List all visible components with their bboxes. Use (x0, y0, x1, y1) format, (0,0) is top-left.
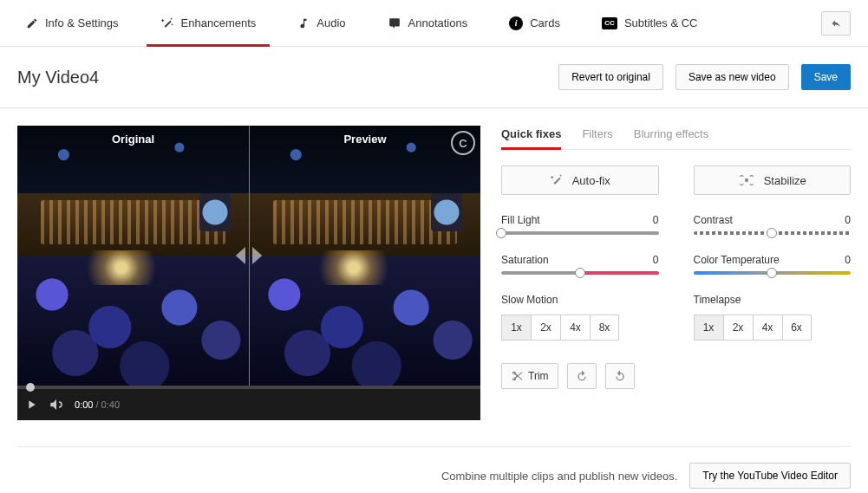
timelapse-1x[interactable]: 1x (694, 315, 723, 341)
editor-nav-tabs: Info & Settings Enhancements Audio Annot… (0, 0, 868, 47)
stabilize-label: Stabilize (764, 174, 806, 187)
enhancement-sub-tabs: Quick fixes Filters Blurring effects (501, 127, 851, 150)
preview-enhanced-half: C Preview (249, 126, 480, 386)
tab-label: Subtitles & CC (624, 16, 698, 29)
tab-annotations[interactable]: Annotations (379, 0, 477, 46)
reply-arrow-icon (829, 18, 843, 29)
network-watermark-icon: C (451, 131, 475, 155)
rotate-ccw-icon (613, 369, 627, 383)
wand-icon (550, 173, 564, 187)
slider-value: 0 (653, 214, 659, 226)
sub-tab-blurring[interactable]: Blurring effects (634, 127, 708, 149)
rotate-ccw-button[interactable] (605, 363, 635, 389)
tab-label: Annotations (408, 16, 468, 29)
title-row: My Video4 Revert to original Save as new… (0, 47, 868, 108)
split-drag-handle[interactable] (235, 247, 263, 264)
timelapse-options: 1x 2x 4x 6x (694, 315, 852, 341)
fill-light-slider[interactable]: Fill Light 0 (501, 214, 659, 235)
pencil-icon (26, 17, 38, 29)
info-circle-icon: i (509, 16, 523, 30)
timelapse-6x[interactable]: 6x (782, 315, 812, 341)
timelapse-label: Timelapse (694, 294, 852, 306)
tab-label: Audio (317, 16, 345, 29)
contrast-slider[interactable]: Contrast 0 (694, 214, 852, 235)
original-label: Original (17, 126, 249, 146)
wand-icon (160, 16, 174, 30)
rotate-cw-button[interactable] (567, 363, 597, 389)
time-display: 0:00 / 0:40 (75, 399, 120, 410)
tab-audio[interactable]: Audio (289, 0, 354, 46)
color-temp-slider[interactable]: Color Temperature 0 (694, 254, 852, 275)
slider-value: 0 (845, 254, 851, 266)
rotate-cw-icon (575, 369, 589, 383)
timelapse-4x[interactable]: 4x (753, 315, 782, 341)
playhead[interactable] (26, 383, 35, 392)
slow-motion-2x[interactable]: 2x (531, 315, 560, 341)
trim-label: Trim (528, 370, 549, 382)
preview-label: Preview (250, 126, 480, 146)
speech-bubble-icon (388, 17, 401, 29)
timelapse-2x[interactable]: 2x (723, 315, 753, 341)
stabilize-button[interactable]: Stabilize (694, 165, 852, 195)
combine-clips-text: Combine multiple clips and publish new v… (441, 470, 677, 483)
enhancements-panel: Quick fixes Filters Blurring effects Aut… (501, 126, 851, 420)
auto-fix-label: Auto-fix (572, 174, 610, 187)
volume-icon[interactable] (49, 397, 64, 412)
slider-label: Color Temperature (694, 254, 780, 266)
music-note-icon (297, 17, 310, 29)
try-editor-button[interactable]: Try the YouTube Video Editor (689, 463, 851, 489)
slider-label: Fill Light (501, 214, 540, 226)
time-current: 0:00 (75, 399, 93, 410)
slider-value: 0 (845, 214, 851, 226)
revert-button[interactable]: Revert to original (558, 64, 663, 90)
save-as-new-button[interactable]: Save as new video (675, 64, 789, 90)
slow-motion-4x[interactable]: 4x (560, 315, 590, 341)
auto-fix-button[interactable]: Auto-fix (501, 165, 659, 195)
time-total: 0:40 (101, 399, 120, 410)
footer: Combine multiple clips and publish new v… (17, 446, 851, 493)
trim-button[interactable]: Trim (501, 363, 558, 389)
tab-enhancements[interactable]: Enhancements (152, 0, 265, 46)
page-title: My Video4 (17, 68, 99, 88)
stabilize-icon (738, 174, 755, 186)
content-area: Original C Preview 0:00 / 0:40 (0, 108, 868, 438)
slow-motion-label: Slow Motion (501, 294, 659, 306)
slider-label: Contrast (694, 214, 733, 226)
save-button[interactable]: Save (801, 64, 851, 90)
svg-point-0 (745, 178, 748, 182)
tab-info-settings[interactable]: Info & Settings (17, 0, 127, 46)
slow-motion-1x[interactable]: 1x (501, 315, 531, 341)
tab-label: Enhancements (181, 16, 257, 29)
tab-cards[interactable]: i Cards (500, 0, 569, 46)
video-preview: Original C Preview 0:00 / 0:40 (17, 126, 480, 420)
saturation-slider[interactable]: Saturation 0 (501, 254, 659, 275)
play-icon[interactable] (24, 398, 38, 412)
slow-motion-8x[interactable]: 8x (590, 315, 619, 341)
tab-label: Info & Settings (45, 16, 119, 29)
reply-button[interactable] (821, 11, 851, 36)
scissors-icon (511, 370, 523, 382)
sub-tab-quick-fixes[interactable]: Quick fixes (501, 127, 561, 149)
tab-label: Cards (530, 16, 560, 29)
player-controls: 0:00 / 0:40 (17, 389, 480, 420)
cc-badge-icon: CC (602, 17, 617, 29)
slider-value: 0 (653, 254, 659, 266)
tab-subtitles[interactable]: CC Subtitles & CC (593, 0, 707, 46)
slider-label: Saturation (501, 254, 549, 266)
video-player[interactable]: Original C Preview (17, 126, 480, 386)
progress-bar[interactable] (17, 386, 480, 389)
preview-original-half: Original (17, 126, 249, 386)
slow-motion-options: 1x 2x 4x 8x (501, 315, 659, 341)
sub-tab-filters[interactable]: Filters (582, 127, 612, 149)
